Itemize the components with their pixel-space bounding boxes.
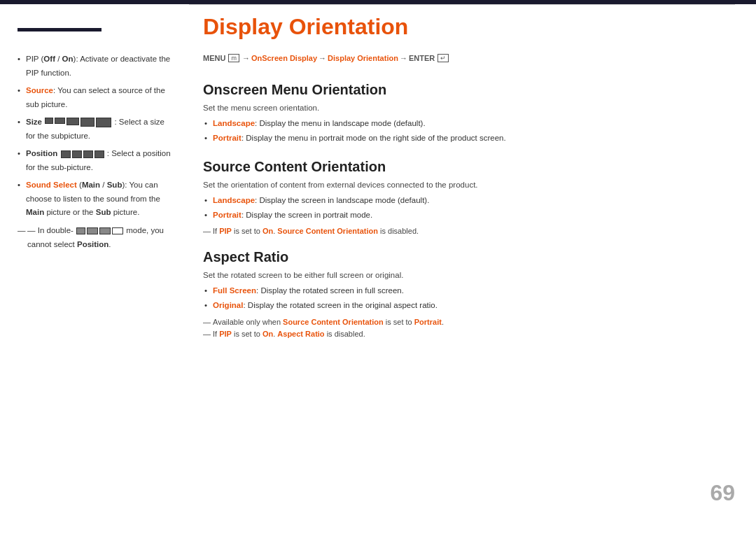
onscreen-portrait-item: Portrait: Display the menu in portrait m… (203, 132, 735, 144)
sound-select-sub2: Sub (96, 208, 111, 216)
fullscreen-text: : Display the rotated screen in full scr… (256, 286, 404, 295)
pos-icon-2 (72, 150, 82, 158)
onscreen-landscape-label: Landscape (213, 119, 255, 127)
double-note-icons (74, 226, 126, 234)
original-text: : Display the rotated screen in the orig… (243, 301, 437, 309)
aspect-available-note: Available only when Source Content Orien… (203, 318, 735, 326)
onscreen-landscape-text: : Display the menu in landscape mode (de… (255, 119, 426, 127)
onscreen-display-link: OnScreen Display (251, 54, 317, 62)
size-icon-3 (66, 118, 79, 125)
menu-icon: m (228, 54, 239, 62)
source-landscape-item: Landscape: Display the screen in landsca… (203, 195, 735, 206)
sound-select-paren: ( (77, 181, 82, 189)
double-note-text: In double- (38, 226, 74, 234)
source-note-disabled: is disabled. (378, 227, 419, 235)
list-item-source: Source: You can select a source of the s… (18, 84, 172, 111)
list-item-pip: PIP (Off / On): Activate or deactivate t… (18, 52, 172, 80)
double-note-dash: — (27, 226, 38, 234)
sound-select-picture2: picture. (111, 208, 139, 216)
double-icon-4 (112, 227, 123, 234)
source-note: If PIP is set to On. Source Content Orie… (203, 227, 735, 235)
section-aspect-ratio: Aspect Ratio Set the rotated screen to b… (203, 249, 735, 338)
double-note-suffix: . (108, 240, 111, 248)
aspect-on: On (262, 330, 273, 338)
aspect-ratio-label: Aspect Ratio (277, 330, 324, 338)
source-landscape-label: Landscape (213, 196, 255, 204)
onscreen-landscape-item: Landscape: Display the menu in landscape… (203, 118, 735, 129)
double-note: — In double- mode, you cannot select Pos… (18, 224, 172, 251)
available-portrait: Portrait (414, 318, 442, 326)
menu-path: MENU m → OnScreen Display → Display Orie… (203, 54, 735, 62)
enter-label: ENTER (409, 54, 435, 62)
size-icon-5 (96, 118, 111, 127)
aspect-ratio-list: Full Screen: Display the rotated screen … (203, 285, 735, 312)
onscreen-portrait-label: Portrait (213, 134, 241, 142)
double-icon-1 (76, 227, 85, 234)
pos-icon-1 (61, 150, 71, 158)
sound-select-label: Sound Select (26, 181, 77, 189)
available-isset: is set to (384, 318, 414, 326)
source-label: Source (26, 86, 53, 94)
divider-horizontal (189, 4, 735, 5)
source-note-if: If (213, 227, 219, 235)
source-portrait-text: : Display the screen in portrait mode. (241, 211, 372, 219)
onscreen-menu-desc: Set the menu screen orientation. (203, 104, 735, 112)
source-content-desc: Set the orientation of content from exte… (203, 181, 735, 189)
sound-select-slash: / (100, 181, 107, 189)
left-list: PIP (Off / On): Activate or deactivate t… (18, 52, 172, 220)
left-divider-bar (18, 28, 102, 31)
onscreen-menu-title: Onscreen Menu Orientation (203, 82, 735, 98)
arrow1: → (242, 54, 250, 62)
size-icons-container (44, 118, 114, 126)
position-icons-container (60, 149, 107, 157)
sound-select-sub: Sub (107, 181, 122, 189)
aspect-ratio-title: Aspect Ratio (203, 249, 735, 265)
double-note-position: Position (77, 240, 108, 248)
available-text: Available only when (213, 318, 283, 326)
onscreen-portrait-text: : Display the menu in portrait mode on t… (241, 134, 506, 142)
aspect-pip-note: If PIP is set to On. Aspect Ratio is dis… (203, 330, 735, 338)
source-portrait-label: Portrait (213, 211, 241, 219)
original-label: Original (213, 301, 243, 309)
display-orientation-link: Display Orientation (328, 54, 398, 62)
pos-icon-3 (83, 150, 93, 158)
list-item-size: Size : Select a size for the subpicture. (18, 115, 172, 143)
menu-label: MENU (203, 54, 225, 62)
enter-icon: ↵ (438, 54, 449, 62)
pip-off: Off (43, 55, 55, 63)
pip-prefix: PIP ( (26, 55, 43, 63)
size-icon-2 (55, 118, 65, 124)
pip-on: On (62, 55, 74, 63)
onscreen-menu-list: Landscape: Display the menu in landscape… (203, 118, 735, 145)
aspect-setto: is set to (232, 330, 262, 338)
list-item-position: Position : Select a position for the sub… (18, 147, 172, 174)
source-note-setto: is set to (232, 227, 262, 235)
arrow2: → (318, 54, 326, 62)
aspect-if: If (213, 330, 219, 338)
sound-select-main: Main (82, 181, 100, 189)
left-content: PIP (Off / On): Activate or deactivate t… (18, 52, 172, 251)
source-note-on: On (262, 227, 273, 235)
original-item: Original: Display the rotated screen in … (203, 300, 735, 311)
left-panel: PIP (Off / On): Activate or deactivate t… (0, 0, 189, 534)
sound-select-main2: Main (26, 208, 44, 216)
source-note-pip: PIP (219, 227, 232, 235)
fullscreen-item: Full Screen: Display the rotated screen … (203, 285, 735, 297)
aspect-disabled: is disabled. (325, 330, 365, 338)
right-panel: Display Orientation MENU m → OnScreen Di… (203, 14, 735, 513)
pos-icon-4 (94, 150, 104, 158)
section-onscreen-menu-orientation: Onscreen Menu Orientation Set the menu s… (203, 82, 735, 145)
source-content-list: Landscape: Display the screen in landsca… (203, 195, 735, 222)
double-icon-3 (99, 227, 111, 234)
size-label: Size (26, 118, 42, 126)
pip-slash: / (55, 55, 62, 63)
aspect-ratio-desc: Set the rotated screen to be either full… (203, 271, 735, 279)
source-portrait-item: Portrait: Display the screen in portrait… (203, 209, 735, 221)
arrow3: → (400, 54, 407, 62)
size-icon-1 (45, 118, 53, 124)
section-source-content-orientation: Source Content Orientation Set the orien… (203, 159, 735, 236)
fullscreen-label: Full Screen (213, 286, 256, 295)
source-content-title: Source Content Orientation (203, 159, 735, 175)
list-item-sound-select: Sound Select (Main / Sub): You can choos… (18, 178, 172, 220)
aspect-pip: PIP (219, 330, 232, 338)
